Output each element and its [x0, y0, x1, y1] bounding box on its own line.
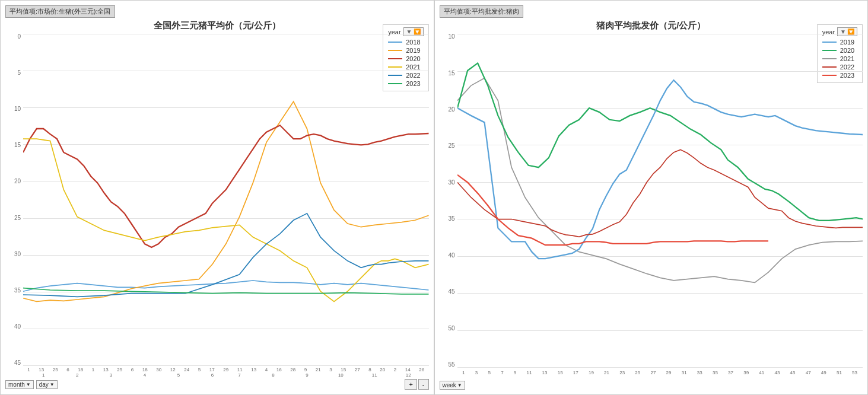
week-dropdown[interactable]: week ▼	[440, 381, 465, 390]
right-chart-body: 1 3 5 7 9 11 13 15 17 19 21 23 25 27	[457, 34, 863, 380]
day-dropdown[interactable]: day ▼	[36, 380, 58, 389]
left-chart-panel: 平均值项:市场价:生猪(外三元):全国 全国外三元猪平均价（元/公斤） year…	[0, 0, 434, 395]
zoom-in-button[interactable]: +	[405, 379, 416, 390]
left-chart-title: 全国外三元猪平均价（元/公斤）	[5, 20, 429, 31]
day-label: day	[39, 381, 49, 388]
right-filter-label: 平均值项:平均批发价:猪肉	[440, 5, 523, 18]
week-dropdown-arrow: ▼	[457, 383, 462, 388]
right-bottom-controls: week ▼	[440, 381, 863, 390]
left-chart-area: 45 40 35 30 25 20 15 10 5 0	[5, 34, 429, 378]
left-bottom-controls: month ▼ day ▼ + -	[5, 379, 429, 390]
month-dropdown[interactable]: month ▼	[5, 380, 34, 389]
right-chart-title: 猪肉平均批发价（元/公斤）	[440, 20, 863, 31]
right-chart-svg	[457, 34, 863, 368]
left-axis-controls: month ▼ day ▼	[5, 380, 58, 389]
zoom-out-button[interactable]: -	[418, 379, 429, 390]
right-chart-panel: 平均值项:平均批发价:猪肉 猪肉平均批发价（元/公斤） year ▼ 🔽 201…	[434, 0, 869, 395]
left-x-axis: 11325 618 11325 61830 1224 51729 1113 41…	[23, 366, 429, 378]
month-dropdown-arrow: ▼	[26, 382, 31, 387]
left-chart-svg	[23, 34, 429, 366]
left-chart-body: 11325 618 11325 61830 1224 51729 1113 41…	[23, 34, 429, 378]
right-x-axis: 1 3 5 7 9 11 13 15 17 19 21 23 25 27	[457, 368, 863, 380]
right-y-axis: 55 50 45 40 35 30 25 20 15 10	[440, 34, 457, 380]
right-axis-controls: week ▼	[440, 381, 465, 390]
right-chart-area: 55 50 45 40 35 30 25 20 15 10	[440, 34, 863, 380]
month-label: month	[8, 381, 25, 388]
week-label: week	[443, 382, 456, 388]
day-dropdown-arrow: ▼	[50, 382, 55, 387]
left-y-axis: 45 40 35 30 25 20 15 10 5 0	[5, 34, 23, 378]
left-zoom-controls: + -	[405, 379, 428, 390]
left-filter-label: 平均值项:市场价:生猪(外三元):全国	[5, 5, 115, 18]
